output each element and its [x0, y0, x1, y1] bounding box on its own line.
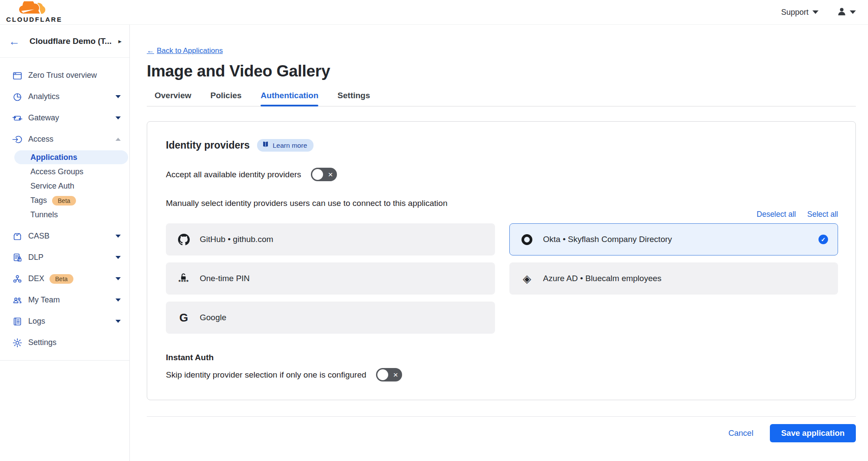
card-heading-row: Identity providers Learn more: [166, 139, 838, 152]
sidebar-item-label: DLP: [28, 253, 43, 262]
sidebar-item-label: Gateway: [28, 113, 59, 123]
chevron-down-icon: [116, 95, 121, 98]
sidebar-item-label: Tunnels: [30, 210, 58, 219]
team-icon: [12, 295, 23, 305]
account-expand-icon[interactable]: ▸: [118, 37, 122, 45]
pin-mask: ****: [178, 280, 189, 284]
action-footer: Cancel Save application: [147, 424, 856, 442]
account-switcher: ← Cloudflare Demo (T... ▸: [0, 25, 129, 58]
sidebar-item-service-auth[interactable]: Service Auth: [0, 179, 129, 193]
sidebar-item-dex[interactable]: DEX Beta: [0, 268, 129, 289]
casb-icon: [12, 231, 23, 242]
user-menu[interactable]: [837, 7, 856, 18]
gear-icon: [12, 337, 23, 348]
sidebar-item-label: CASB: [28, 232, 50, 241]
tab-authentication[interactable]: Authentication: [261, 91, 318, 106]
sidebar-item-label: Tags: [30, 196, 47, 205]
github-icon: [177, 234, 190, 245]
sidebar-item-applications[interactable]: Applications: [14, 150, 128, 164]
main-content: ← Back to Applications Image and Video G…: [130, 25, 868, 461]
tab-policies[interactable]: Policies: [211, 91, 242, 106]
dex-icon: [12, 273, 23, 284]
sidebar-item-settings[interactable]: Settings: [0, 332, 129, 353]
zero-trust-dashboard: CLOUDFLARE Support ← Cloudflare Demo (: [0, 0, 868, 461]
chevron-down-icon: [116, 277, 121, 280]
toggle-knob: [312, 169, 323, 180]
toggle-off-x-icon: ×: [328, 170, 333, 178]
provider-card-github[interactable]: GitHub • github.com: [166, 223, 495, 255]
tab-overview[interactable]: Overview: [155, 91, 191, 106]
sidebar-item-tunnels[interactable]: Tunnels: [0, 208, 129, 222]
back-arrow-icon[interactable]: ←: [9, 36, 20, 47]
provider-label: Google: [200, 313, 226, 322]
sidebar-item-label: Access Groups: [30, 167, 83, 176]
sidebar-item-label: Applications: [30, 153, 77, 162]
user-icon: [837, 7, 847, 18]
sidebar-item-analytics[interactable]: Analytics: [0, 86, 129, 107]
chevron-down-icon: [116, 298, 121, 302]
sidebar-divider: [0, 360, 129, 361]
google-g-glyph: G: [179, 312, 188, 323]
chevron-down-icon: [116, 256, 121, 259]
skip-selection-label: Skip identity provider selection if only…: [166, 370, 366, 380]
save-application-button[interactable]: Save application: [770, 424, 856, 442]
accept-all-row: Accept all available identity providers …: [166, 168, 838, 181]
chevron-down-icon: [116, 235, 121, 238]
instant-auth-toggle[interactable]: ×: [376, 368, 402, 381]
sidebar-item-tags[interactable]: Tags Beta: [0, 193, 129, 208]
tab-settings[interactable]: Settings: [337, 91, 370, 106]
sidebar-item-gateway[interactable]: Gateway: [0, 107, 129, 129]
sidebar-item-access-groups[interactable]: Access Groups: [0, 165, 129, 179]
chevron-down-icon: [116, 116, 121, 119]
provider-card-azure-ad[interactable]: ◈ Azure AD • Bluecalm employees: [509, 262, 838, 295]
sidebar-item-casb[interactable]: CASB: [0, 226, 129, 247]
sidebar: ← Cloudflare Demo (T... ▸ Zero Trust ove…: [0, 25, 130, 461]
azure-ad-icon: ◈: [521, 273, 534, 284]
selected-check-icon: ✓: [818, 235, 828, 244]
chevron-down-icon: [116, 320, 121, 323]
support-menu[interactable]: Support: [781, 8, 818, 17]
cancel-button[interactable]: Cancel: [728, 428, 753, 438]
accept-all-toggle[interactable]: ×: [311, 168, 337, 181]
provider-label: GitHub • github.com: [200, 235, 273, 244]
google-icon: G: [177, 312, 190, 323]
page-title: Image and Video Gallery: [147, 62, 856, 80]
okta-icon: [521, 234, 534, 245]
card-title: Identity providers: [166, 139, 250, 151]
sidebar-item-my-team[interactable]: My Team: [0, 289, 129, 311]
account-name: Cloudflare Demo (T...: [30, 36, 112, 46]
cloudflare-logo[interactable]: CLOUDFLARE: [6, 1, 63, 23]
sidebar-item-dlp[interactable]: DLP: [0, 247, 129, 268]
sidebar-item-label: Zero Trust overview: [28, 71, 97, 80]
provider-label: Azure AD • Bluecalm employees: [543, 274, 662, 283]
learn-more-button[interactable]: Learn more: [257, 139, 314, 152]
chevron-down-icon: [812, 10, 818, 14]
beta-badge: Beta: [50, 274, 73, 284]
selection-links: Deselect all Select all: [166, 210, 838, 219]
sidebar-item-label: Logs: [28, 317, 45, 326]
select-all-link[interactable]: Select all: [807, 210, 838, 219]
provider-card-google[interactable]: G Google: [166, 302, 495, 334]
access-submenu: Applications Access Groups Service Auth …: [0, 150, 129, 222]
provider-card-one-time-pin[interactable]: **** One-time PIN: [166, 262, 495, 295]
gateway-icon: [12, 113, 23, 123]
provider-label: Okta • Skyflash Company Directory: [543, 235, 672, 244]
provider-label: One-time PIN: [200, 274, 250, 283]
sidebar-item-logs[interactable]: Logs: [0, 311, 129, 332]
one-time-pin-icon: ****: [177, 273, 190, 284]
header-actions: Support: [781, 7, 856, 18]
cloudflare-wordmark: CLOUDFLARE: [6, 16, 62, 23]
sidebar-item-label: Analytics: [28, 92, 59, 101]
deselect-all-link[interactable]: Deselect all: [757, 210, 796, 219]
provider-grid: GitHub • github.com Okta • Skyflash Comp…: [166, 223, 838, 334]
instant-auth-heading: Instant Auth: [166, 353, 838, 362]
sidebar-item-access[interactable]: Access: [0, 129, 129, 150]
provider-card-okta[interactable]: Okta • Skyflash Company Directory ✓: [509, 223, 838, 255]
sidebar-item-zero-trust-overview[interactable]: Zero Trust overview: [0, 65, 129, 86]
top-header: CLOUDFLARE Support: [0, 0, 868, 25]
cloudflare-cloud-icon: [15, 1, 53, 17]
toggle-knob: [377, 369, 388, 380]
toggle-off-x-icon: ×: [393, 370, 398, 378]
sidebar-item-label: Settings: [28, 338, 56, 347]
back-to-applications-link[interactable]: ← Back to Applications: [147, 46, 223, 55]
